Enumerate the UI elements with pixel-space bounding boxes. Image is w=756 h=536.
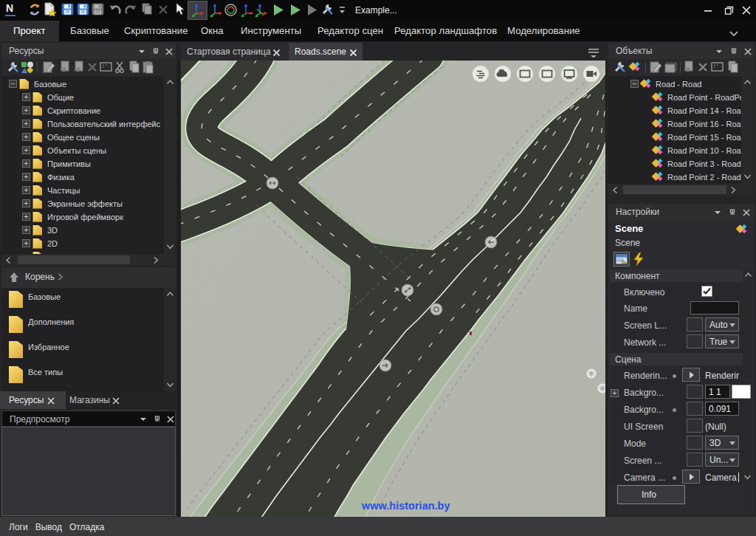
svg-text:www.historian.by: www.historian.by: [361, 500, 450, 512]
